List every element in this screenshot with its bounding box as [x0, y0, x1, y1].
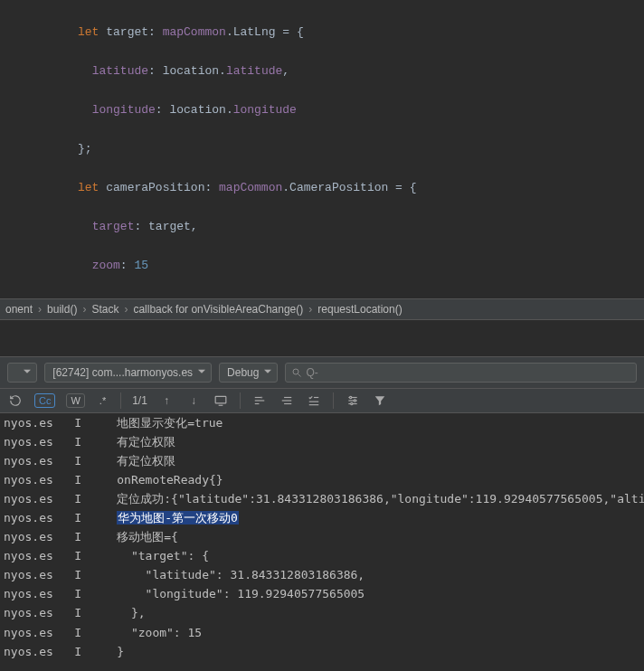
words-chip[interactable]: W [66, 393, 84, 408]
svg-rect-2 [215, 396, 226, 403]
breadcrumb-item[interactable]: callback for onVisibleAreaChange() [133, 303, 303, 316]
log-line: nyos.es I 地图显示变化=true [0, 413, 644, 432]
breadcrumb-item[interactable]: onent [5, 303, 33, 316]
breadcrumb-item[interactable]: build() [47, 303, 77, 316]
log-line: nyos.es I }, [0, 603, 644, 622]
log-search-input[interactable]: Q- [285, 363, 637, 383]
device-dropdown[interactable] [7, 363, 37, 383]
soft-wrap-icon[interactable]: + [251, 392, 268, 409]
screen-icon[interactable] [213, 392, 229, 409]
separator [240, 392, 241, 409]
log-output[interactable]: nyos.es I 地图显示变化=truenyos.es I 有定位权限nyos… [0, 413, 644, 661]
filter-icon[interactable] [372, 392, 388, 409]
match-counter: 1/1 [132, 394, 147, 407]
log-line: nyos.es I "zoom": 15 [0, 623, 644, 642]
log-level-dropdown[interactable]: Debug [219, 363, 278, 383]
indent-icon[interactable] [279, 392, 295, 409]
breadcrumb-item[interactable]: requestLocation() [317, 303, 402, 316]
svg-point-19 [351, 402, 353, 404]
log-toolbar: [62742] com....harmonyos.es Debug Q- [0, 356, 644, 389]
breadcrumb: onent › build() › Stack › callback for o… [0, 298, 644, 320]
code-editor[interactable]: let target: mapCommon.LatLng = { latitud… [0, 0, 644, 298]
log-line: nyos.es I 华为地图-第一次移动0 [0, 508, 644, 527]
log-line: nyos.es I 定位成功:{"latitude":31.8433128031… [0, 489, 644, 508]
arrow-down-icon[interactable]: ↓ [185, 392, 202, 409]
chevron-right-icon: › [308, 303, 312, 316]
chevron-right-icon: › [124, 303, 128, 316]
log-line: nyos.es I "longitude": 119.9294057756500… [0, 584, 644, 603]
log-line: nyos.es I 有定位权限 [0, 451, 644, 470]
svg-line-1 [298, 374, 301, 377]
separator [333, 392, 334, 409]
log-toolbar-secondary: Cc W .* 1/1 ↑ ↓ + [0, 389, 644, 413]
log-line: nyos.es I } [0, 642, 644, 661]
process-dropdown[interactable]: [62742] com....harmonyos.es [44, 363, 212, 383]
separator [120, 392, 121, 409]
settings-icon[interactable] [345, 392, 361, 409]
arrow-up-icon[interactable]: ↑ [158, 392, 175, 409]
search-placeholder: Q- [306, 366, 317, 379]
log-line: nyos.es I "latitude": 31.843312803186386… [0, 565, 644, 584]
restart-icon[interactable] [7, 392, 24, 409]
svg-point-18 [354, 400, 355, 402]
chevron-right-icon: › [82, 303, 86, 316]
log-line: nyos.es I "target": { [0, 546, 644, 565]
svg-point-17 [349, 396, 351, 398]
breadcrumb-item[interactable]: Stack [91, 303, 118, 316]
log-line: nyos.es I 有定位权限 [0, 432, 644, 451]
case-chip[interactable]: Cc [34, 393, 55, 408]
log-panel: [62742] com....harmonyos.es Debug Q- Cc … [0, 320, 644, 661]
search-icon [291, 367, 302, 378]
chevron-right-icon: › [38, 303, 42, 316]
regex-chip[interactable]: .* [96, 394, 109, 407]
checklist-icon[interactable] [306, 392, 322, 409]
log-line: nyos.es I onRemoteReady{} [0, 470, 644, 489]
svg-text:+: + [260, 394, 262, 400]
svg-point-0 [293, 369, 298, 374]
log-line: nyos.es I 移动地图={ [0, 527, 644, 546]
